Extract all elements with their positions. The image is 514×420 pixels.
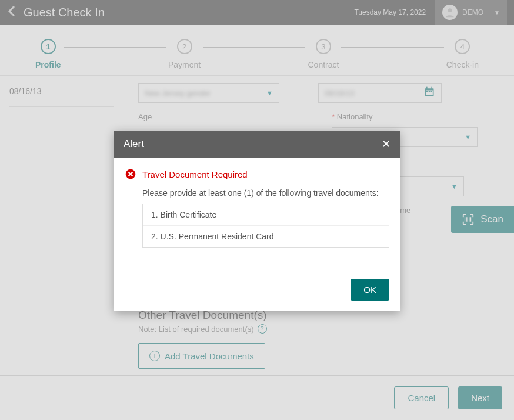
- modal-overlay: Alert ✕ Travel Document Required Please …: [0, 0, 514, 420]
- close-icon[interactable]: ✕: [382, 138, 390, 151]
- ok-button[interactable]: OK: [351, 279, 389, 301]
- modal-title: Alert: [124, 138, 144, 150]
- divider: [125, 261, 389, 261]
- alert-modal: Alert ✕ Travel Document Required Please …: [114, 131, 400, 311]
- doc-item: 1. Birth Certificate: [143, 204, 389, 226]
- modal-header: Alert ✕: [114, 131, 400, 158]
- required-docs-list: 1. Birth Certificate 2. U.S. Permanent R…: [142, 204, 389, 248]
- doc-item: 2. U.S. Permanent Resident Card: [143, 226, 389, 247]
- error-icon: [125, 168, 136, 180]
- alert-message: Please provide at least one (1) of the f…: [142, 188, 389, 198]
- alert-heading: Travel Document Required: [125, 168, 389, 180]
